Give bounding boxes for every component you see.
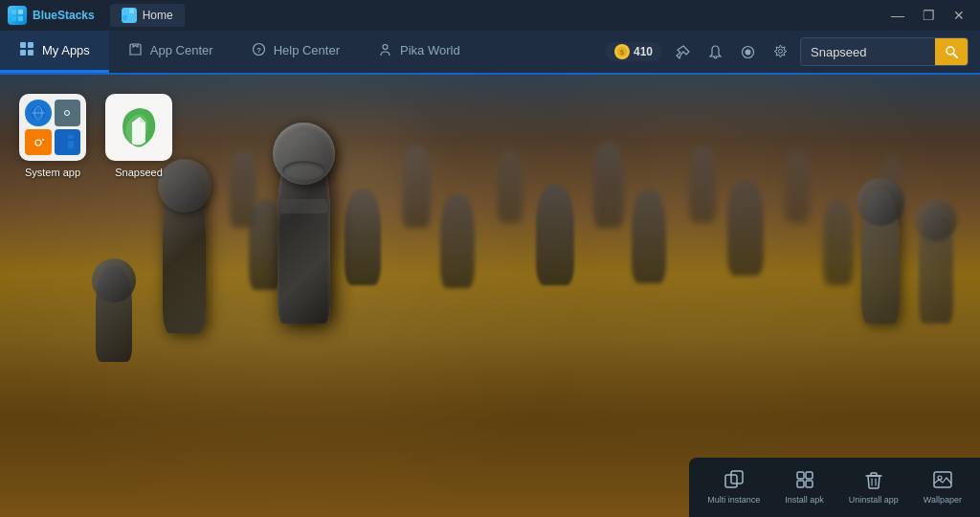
globe-icon — [25, 100, 52, 126]
nav-bar: My Apps App Center ? Help Center — [0, 31, 980, 75]
svg-rect-11 — [28, 50, 33, 56]
app-center-label: App Center — [150, 43, 213, 57]
svg-rect-40 — [806, 472, 813, 479]
svg-point-32 — [42, 139, 44, 141]
svg-rect-34 — [68, 135, 74, 139]
bluestacks-logo: BlueStacks — [8, 6, 95, 25]
camera-icon-cell — [25, 129, 52, 156]
gear-icon-cell — [55, 100, 81, 126]
install-apk-button[interactable]: Install apk — [774, 463, 835, 511]
bluestacks-logo-icon — [8, 6, 27, 25]
my-apps-label: My Apps — [42, 43, 90, 57]
camera-icon — [25, 129, 52, 156]
globe-icon-cell — [25, 100, 52, 126]
uninstall-app-label: Uninstall app — [849, 495, 899, 505]
system-app-item[interactable]: System app — [19, 94, 86, 178]
pika-world-label: Pika World — [400, 43, 460, 57]
svg-rect-9 — [28, 42, 33, 48]
svg-point-14 — [383, 44, 388, 49]
pin-button[interactable] — [670, 39, 695, 64]
svg-rect-41 — [797, 481, 804, 487]
install-apk-icon — [795, 470, 814, 492]
search-input[interactable] — [801, 45, 935, 59]
svg-rect-10 — [20, 50, 26, 56]
app-grid: System app Snapseed — [10, 84, 182, 188]
system-app-label: System app — [25, 167, 80, 178]
snapseed-app-item[interactable]: Snapseed — [105, 94, 172, 178]
svg-rect-8 — [20, 42, 26, 48]
close-button[interactable]: ✕ — [946, 6, 972, 25]
tab-help-center[interactable]: ? Help Center — [233, 31, 359, 73]
wallpaper-icon — [933, 470, 952, 492]
snapseed-label: Snapseed — [115, 167, 163, 178]
record-button[interactable] — [735, 39, 760, 64]
search-box — [800, 37, 969, 66]
svg-point-21 — [778, 49, 782, 53]
svg-rect-39 — [797, 472, 804, 479]
tab-pika-world[interactable]: Pika World — [359, 31, 479, 73]
svg-point-19 — [745, 49, 750, 55]
title-bar-left: BlueStacks Home — [8, 4, 185, 27]
svg-rect-42 — [806, 481, 813, 487]
wallpaper-label: Wallpaper — [924, 495, 962, 505]
settings-button[interactable] — [768, 39, 792, 64]
install-apk-label: Install apk — [785, 495, 824, 505]
svg-point-47 — [938, 476, 942, 480]
title-bar: BlueStacks Home — ❐ ✕ — [0, 0, 980, 31]
svg-line-23 — [953, 54, 957, 57]
nav-tabs: My Apps App Center ? Help Center — [0, 31, 593, 73]
svg-rect-7 — [129, 15, 134, 20]
help-center-label: Help Center — [274, 43, 340, 57]
app-center-icon — [128, 42, 143, 59]
title-tab[interactable]: Home — [110, 4, 185, 27]
svg-rect-31 — [35, 136, 41, 139]
help-center-icon: ? — [252, 42, 266, 59]
main-content: System app Snapseed — [0, 75, 980, 517]
wallpaper-button[interactable]: Wallpaper — [913, 463, 972, 511]
minimize-button[interactable]: — — [884, 6, 911, 25]
layout-icon-cell — [55, 129, 81, 156]
bluestacks-logo-text: BlueStacks — [33, 9, 95, 22]
layout-icon — [55, 129, 81, 156]
svg-marker-20 — [774, 45, 787, 57]
svg-rect-1 — [18, 10, 23, 14]
system-app-icon — [19, 94, 86, 161]
gear-icon — [55, 100, 81, 126]
snapseed-app-icon — [105, 94, 172, 161]
pika-world-icon — [378, 42, 392, 59]
title-tab-icon — [122, 8, 137, 23]
my-apps-icon — [19, 41, 34, 59]
snapseed-leaf-svg — [115, 103, 163, 151]
bottom-toolbar: Multi instance Install apk — [689, 458, 980, 517]
tab-my-apps[interactable]: My Apps — [0, 31, 109, 73]
svg-rect-3 — [18, 16, 23, 21]
svg-rect-4 — [122, 9, 127, 13]
tab-app-center[interactable]: App Center — [109, 31, 233, 73]
svg-rect-36 — [60, 146, 66, 148]
uninstall-app-icon — [864, 470, 883, 492]
multi-instance-button[interactable]: Multi instance — [697, 463, 770, 511]
search-button[interactable] — [935, 37, 968, 66]
uninstall-app-button[interactable]: Uninstall app — [838, 463, 909, 511]
title-tab-text: Home — [143, 9, 173, 22]
svg-rect-0 — [11, 10, 16, 14]
svg-rect-2 — [11, 16, 16, 21]
coin-icon: $ — [614, 44, 630, 59]
svg-rect-33 — [60, 135, 66, 145]
svg-rect-5 — [129, 9, 134, 13]
multi-instance-label: Multi instance — [707, 495, 760, 505]
svg-text:?: ? — [256, 46, 261, 55]
nav-right: $ 410 — [593, 31, 980, 73]
svg-rect-35 — [68, 141, 74, 148]
svg-rect-6 — [122, 15, 127, 20]
multi-instance-icon — [724, 470, 744, 492]
maximize-button[interactable]: ❐ — [915, 6, 942, 25]
coin-count: 410 — [634, 45, 653, 58]
title-bar-controls: — ❐ ✕ — [884, 6, 972, 25]
notification-button[interactable] — [702, 39, 727, 64]
svg-text:$: $ — [620, 49, 624, 56]
coins-display: $ 410 — [605, 42, 662, 61]
